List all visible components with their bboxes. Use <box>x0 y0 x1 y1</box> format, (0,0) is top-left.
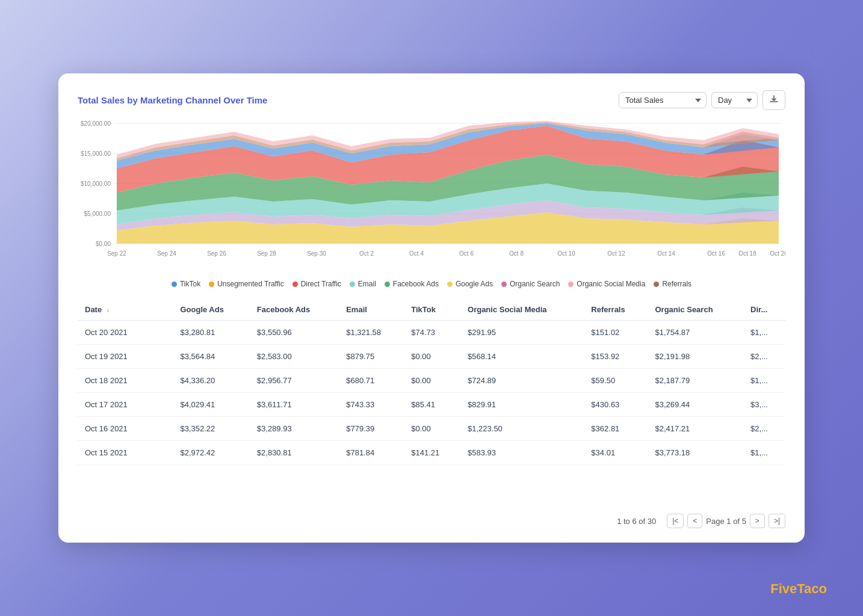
legend-dot-referrals <box>654 282 659 287</box>
svg-text:Sep 30: Sep 30 <box>307 250 326 257</box>
page-last-button[interactable]: >| <box>769 514 785 528</box>
legend-dot-direct <box>292 282 298 287</box>
col-date[interactable]: Date ↓ <box>78 299 173 321</box>
metric-select[interactable]: Total Sales Average Sales Transaction Co… <box>619 92 707 108</box>
svg-text:$15,000.00: $15,000.00 <box>81 150 111 157</box>
svg-text:$10,000.00: $10,000.00 <box>81 180 111 187</box>
svg-text:Sep 24: Sep 24 <box>157 250 176 257</box>
col-email: Email <box>339 299 404 321</box>
svg-text:Oct 6: Oct 6 <box>459 250 474 257</box>
legend-dot-unsegmented <box>209 282 214 287</box>
table-cell: Oct 19 2021 <box>78 345 173 369</box>
data-table: Date ↓ Google Ads Facebook Ads Email Tik… <box>78 299 785 465</box>
col-facebook-ads: Facebook Ads <box>250 299 339 321</box>
pagination: 1 to 6 of 30 |< < Page 1 of 5 > >| <box>78 507 785 531</box>
legend-label-email: Email <box>358 280 376 288</box>
table-cell: $724.89 <box>460 369 584 393</box>
col-referrals: Referrals <box>584 299 648 321</box>
table-cell: $3,550.96 <box>250 321 339 345</box>
brand-taco: Taco <box>797 581 827 596</box>
page-next-button[interactable]: > <box>750 514 765 528</box>
legend-dot-organic-social <box>568 282 574 287</box>
page-first-button[interactable]: |< <box>667 514 684 528</box>
table-cell: $3,289.93 <box>250 417 339 441</box>
period-select[interactable]: Day Week Month <box>711 92 758 108</box>
col-date-label: Date <box>85 305 102 314</box>
table-cell: $2,972.42 <box>173 441 249 465</box>
table-cell: Oct 18 2021 <box>78 369 173 393</box>
table-cell: $1,754.87 <box>648 321 743 345</box>
table-row: Oct 16 2021$3,352.22$3,289.93$779.39$0.0… <box>78 417 785 441</box>
table-cell: $141.21 <box>404 441 460 465</box>
table-cell: $0.00 <box>404 369 460 393</box>
table-cell: $362.81 <box>584 417 648 441</box>
legend-label-organic-social: Organic Social Media <box>577 280 645 288</box>
table-cell: $4,029.41 <box>173 393 249 417</box>
svg-text:Oct 8: Oct 8 <box>509 250 524 257</box>
table-body: Oct 20 2021$3,280.81$3,550.96$1,321.58$7… <box>78 321 785 465</box>
table-cell: $2,830.81 <box>250 441 339 465</box>
legend-referrals: Referrals <box>654 280 691 288</box>
chart-header: Total Sales by Marketing Channel Over Ti… <box>78 90 785 110</box>
legend-direct: Direct Traffic <box>292 280 341 288</box>
chart-controls: Total Sales Average Sales Transaction Co… <box>619 90 785 110</box>
table-cell: $3,564.84 <box>173 345 249 369</box>
data-table-wrap: Date ↓ Google Ads Facebook Ads Email Tik… <box>78 299 785 507</box>
table-cell: Oct 17 2021 <box>78 393 173 417</box>
table-cell: $779.39 <box>339 417 404 441</box>
table-cell: $1,321.58 <box>339 321 404 345</box>
chart-area: $20,000.00 $15,000.00 $10,000.00 $5,000.… <box>78 117 785 274</box>
brand-five: Five <box>770 581 797 596</box>
table-cell: $743.33 <box>339 393 404 417</box>
svg-text:Oct 4: Oct 4 <box>409 250 424 257</box>
legend-organic-search: Organic Search <box>501 280 560 288</box>
legend-dot-email <box>350 282 355 287</box>
table-cell: $1,223.50 <box>460 417 584 441</box>
page-label: Page 1 of 5 <box>706 517 746 526</box>
pagination-info: 1 to 6 of 30 <box>617 517 656 526</box>
chart-title: Total Sales by Marketing Channel Over Ti… <box>78 95 267 105</box>
table-cell: $34.01 <box>584 441 648 465</box>
table-cell: $1,... <box>743 441 785 465</box>
svg-text:Oct 14: Oct 14 <box>657 250 675 257</box>
svg-text:Oct 12: Oct 12 <box>607 250 625 257</box>
svg-text:Sep 22: Sep 22 <box>107 250 126 257</box>
svg-text:Sep 28: Sep 28 <box>257 250 276 257</box>
legend-label-unsegmented: Unsegmented Traffic <box>217 280 284 288</box>
table-cell: $879.75 <box>339 345 404 369</box>
svg-text:$20,000.00: $20,000.00 <box>81 120 111 127</box>
table-cell: $680.71 <box>339 369 404 393</box>
legend-label-google: Google Ads <box>456 280 493 288</box>
table-row: Oct 19 2021$3,564.84$2,583.00$879.75$0.0… <box>78 345 785 369</box>
legend-dot-organic-search <box>501 282 507 287</box>
table-cell: $3,611.71 <box>250 393 339 417</box>
table-cell: $2,191.98 <box>648 345 743 369</box>
table-cell: $3,269.44 <box>648 393 743 417</box>
table-row: Oct 15 2021$2,972.42$2,830.81$781.84$141… <box>78 441 785 465</box>
branding: FiveTaco <box>770 581 827 597</box>
col-organic-social: Organic Social Media <box>460 299 584 321</box>
table-row: Oct 20 2021$3,280.81$3,550.96$1,321.58$7… <box>78 321 785 345</box>
table-cell: $4,336.20 <box>173 369 249 393</box>
col-tiktok: TikTok <box>404 299 460 321</box>
legend-facebook: Facebook Ads <box>385 280 439 288</box>
svg-text:Oct 16: Oct 16 <box>707 250 725 257</box>
legend-label-organic-search: Organic Search <box>510 280 560 288</box>
legend-label-referrals: Referrals <box>662 280 691 288</box>
legend-dot-facebook <box>385 282 390 287</box>
legend-organic-social: Organic Social Media <box>568 280 645 288</box>
table-cell: $2,583.00 <box>250 345 339 369</box>
table-cell: $3,773.18 <box>648 441 743 465</box>
svg-text:Sep 26: Sep 26 <box>207 250 226 257</box>
sort-icon-date[interactable]: ↓ <box>107 307 110 313</box>
table-cell: $2,... <box>743 417 785 441</box>
table-row: Oct 17 2021$4,029.41$3,611.71$743.33$85.… <box>78 393 785 417</box>
table-cell: $3,280.81 <box>173 321 249 345</box>
table-cell: $0.00 <box>404 345 460 369</box>
table-cell: $2,956.77 <box>250 369 339 393</box>
table-cell: $829.91 <box>460 393 584 417</box>
page-prev-button[interactable]: < <box>687 514 702 528</box>
table-cell: $59.50 <box>584 369 648 393</box>
download-button[interactable] <box>762 90 785 110</box>
legend-label-direct: Direct Traffic <box>301 280 341 288</box>
